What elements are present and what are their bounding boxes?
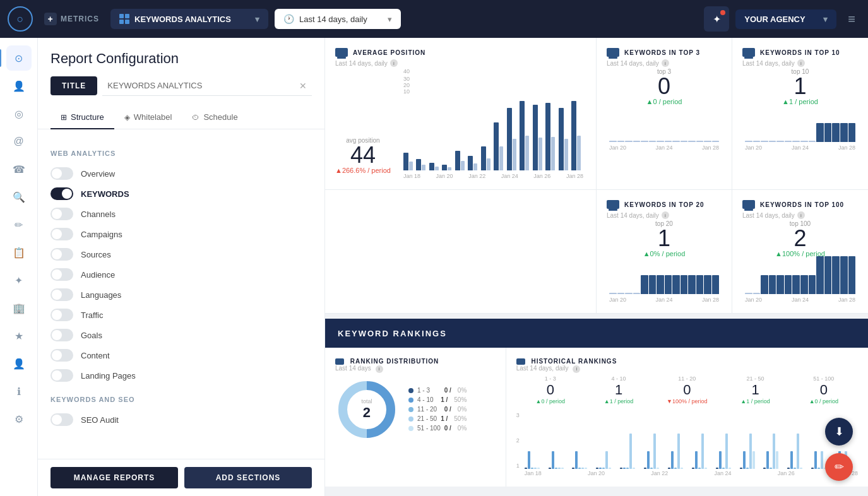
schedule-icon: ⏲: [192, 113, 199, 122]
ranking-dist-subtitle: Last 14 days i: [335, 365, 496, 373]
bar-dark: [429, 163, 434, 170]
mini-bar: [712, 141, 720, 142]
ranking-distribution-card: RANKING DISTRIBUTION Last 14 days i: [325, 348, 506, 487]
toggle-channels[interactable]: [51, 208, 73, 220]
config-header: Report Configuration Title ✕: [38, 38, 324, 106]
kpi-avg-subtitle: Last 14 days, daily i: [335, 59, 586, 67]
mini-bar: [809, 141, 816, 142]
plus-icon[interactable]: +: [44, 13, 57, 25]
bar-group: [455, 151, 467, 170]
config-title: Report Configuration: [51, 50, 312, 67]
hist-bar: [605, 451, 608, 469]
sidebar-item-info[interactable]: ℹ: [6, 379, 32, 404]
sidebar-item-email[interactable]: @: [6, 129, 32, 154]
top10-chart: [742, 110, 858, 142]
toggle-content[interactable]: [51, 349, 73, 362]
hist-metric-21-50: 21 - 50 1 ▲1 / period: [721, 373, 789, 407]
app-logo[interactable]: ○: [8, 6, 33, 32]
manage-reports-button[interactable]: MANAGE REPORTS: [51, 467, 178, 488]
sidebar-item-gear[interactable]: ⚙: [6, 406, 32, 432]
sidebar-item-person[interactable]: 👤: [6, 351, 32, 376]
toggle-goals[interactable]: [51, 329, 73, 341]
legend-row-1-3: 1 - 3 0 / 0%: [408, 386, 467, 395]
report-selector[interactable]: KEYWORDS ANALYTICS ▾: [110, 9, 268, 29]
sidebar-item-star[interactable]: ★: [6, 323, 32, 348]
hist-bar: [671, 451, 674, 469]
sidebar-item-building[interactable]: 🏢: [6, 295, 32, 321]
tab-whitelabel[interactable]: ◈ Whitelabel: [114, 106, 182, 129]
hist-bar: [623, 468, 626, 469]
agency-selector[interactable]: YOUR AGENCY ▾: [735, 9, 836, 29]
kpi-second-row: KEYWORDS IN TOP 20 Last 14 days, daily i…: [325, 190, 868, 314]
download-fab[interactable]: ⬇: [825, 418, 853, 446]
date-selector[interactable]: 🕐 Last 14 days, daily ▾: [275, 9, 401, 29]
grid-icon: [119, 14, 129, 24]
toggle-seo-audit[interactable]: [51, 413, 73, 426]
toggle-keywords[interactable]: [51, 187, 73, 200]
bar-group: [468, 156, 480, 170]
hist-bar: [692, 468, 694, 469]
avg-position-chart: [401, 95, 586, 170]
toggle-landing-pages[interactable]: [51, 369, 73, 382]
hist-bar: [578, 468, 581, 469]
sparkle-icon: ✦: [713, 13, 721, 25]
add-sections-button[interactable]: ADD SECTIONS: [184, 467, 312, 488]
toggle-overview[interactable]: [51, 167, 73, 180]
sidebar-item-reports[interactable]: 📋: [6, 240, 32, 265]
kpi-top20-change: ▲0% / period: [607, 250, 722, 257]
tab-structure[interactable]: ⊞ Structure: [51, 106, 114, 129]
toggle-row-keywords: KEYWORDS: [51, 184, 312, 204]
sidebar-item-pencil[interactable]: ✏: [6, 212, 32, 237]
chevron-down-icon: ▾: [255, 15, 259, 24]
hist-bar: [549, 468, 551, 469]
bar-group: [545, 103, 557, 170]
info-icon: i: [797, 211, 805, 219]
sidebar-item-phone[interactable]: ☎: [6, 156, 32, 182]
whitelabel-icon: ◈: [124, 113, 130, 122]
notification-badge: [720, 10, 725, 15]
clear-icon[interactable]: ✕: [294, 81, 312, 91]
sidebar-item-search[interactable]: 🔍: [6, 184, 32, 210]
legend-row-11-20: 11 - 20 0 / 0%: [408, 404, 467, 414]
notifications-button[interactable]: ✦: [704, 6, 729, 32]
chart-dates-top3: Jan 20Jan 24Jan 28: [607, 145, 722, 151]
sidebar-item-home[interactable]: ⊙: [6, 45, 32, 71]
toggle-row-traffic: Traffic: [51, 305, 312, 325]
chevron-down-icon: ▾: [388, 15, 392, 24]
mini-bar: [625, 141, 633, 142]
hamburger-menu[interactable]: ≡: [843, 7, 860, 32]
bar-light: [577, 136, 581, 170]
hist-bar: [770, 468, 772, 469]
title-tab[interactable]: Title: [51, 76, 97, 95]
metrics-button[interactable]: + METRICS: [39, 13, 104, 25]
title-input[interactable]: [102, 76, 294, 95]
sidebar-item-charts[interactable]: ◎: [6, 101, 32, 126]
hist-bar: [629, 434, 632, 469]
toggle-traffic[interactable]: [51, 309, 73, 321]
toggle-label-goals: Goals: [81, 331, 102, 340]
mini-bar: [792, 275, 800, 294]
kpi-icon: [607, 48, 619, 57]
bar-dark: [520, 101, 525, 170]
tab-schedule-label: Schedule: [203, 112, 237, 122]
toggle-label-sources: Sources: [81, 250, 111, 259]
sidebar-item-analytics[interactable]: ✦: [6, 268, 32, 293]
edit-fab[interactable]: ✏: [825, 453, 853, 481]
mini-bar: [745, 293, 752, 294]
kpi-top10-header: KEYWORDS IN TOP 10: [742, 48, 858, 57]
toggle-campaigns[interactable]: [51, 228, 73, 240]
bar-dark: [559, 108, 564, 170]
hist-bar: [599, 468, 602, 469]
sidebar-item-users[interactable]: 👤: [6, 73, 32, 98]
title-input-wrapper: ✕: [102, 76, 312, 96]
toggle-audience[interactable]: [51, 268, 73, 281]
tab-schedule[interactable]: ⏲ Schedule: [182, 106, 247, 129]
donut-legend: 1 - 3 0 / 0% 4 - 10 1 / 50% 11 - 2: [408, 386, 467, 433]
hist-bar: [740, 468, 742, 469]
hist-bar: [537, 468, 540, 469]
hist-bar: [695, 451, 698, 469]
toggle-languages[interactable]: [51, 288, 73, 301]
hist-bar: [525, 468, 527, 469]
kpi-average-position: AVERAGE POSITION Last 14 days, daily i a…: [325, 38, 597, 189]
toggle-sources[interactable]: [51, 248, 73, 261]
